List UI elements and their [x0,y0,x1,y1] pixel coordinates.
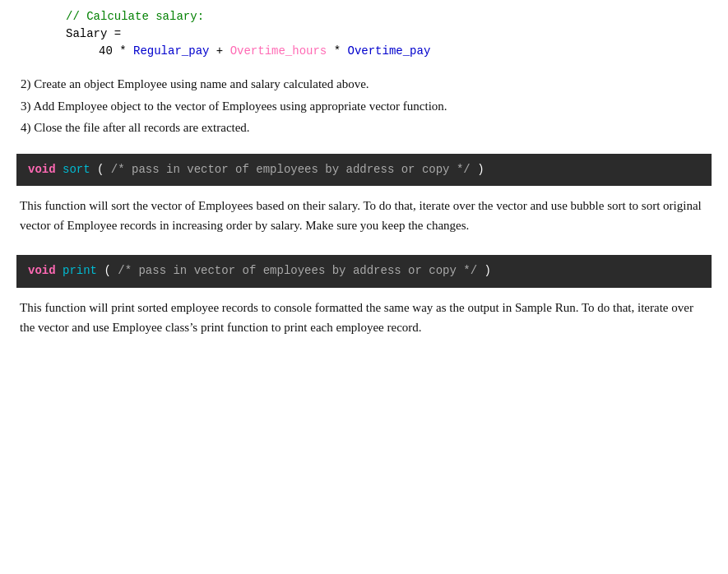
comment-text: // Calculate salary: [66,10,204,23]
code-comment-line: // Calculate salary: [66,8,712,25]
sort-void-keyword: void [28,163,56,176]
item-3-number: 3) [21,100,33,113]
numbered-list: 2) Create an object Employee using name … [16,75,712,137]
code-block: // Calculate salary: Salary = 40 * Regul… [16,8,712,60]
sort-section: void sort ( /* pass in vector of employe… [16,154,712,236]
list-item-4: 4) Close the file after all records are … [16,118,712,137]
salary-formula: 40 * Regular_pay + Overtime_hours * Over… [99,44,430,58]
item-4-text: Close the file after all records are ext… [34,121,249,134]
print-close-paren: ) [485,264,491,277]
sort-description: This function will sort the vector of Em… [16,196,712,235]
list-item-3: 3) Add Employee object to the vector of … [16,97,712,116]
item-4-number: 4) [21,121,34,134]
sort-params: /* pass in vector of employees by addres… [111,163,471,176]
code-salary-line2: 40 * Regular_pay + Overtime_hours * Over… [66,43,712,60]
print-void-keyword: void [28,264,56,277]
print-section: void print ( /* pass in vector of employ… [16,255,712,337]
print-params: /* pass in vector of employees by addres… [118,264,477,277]
print-function-name: print [63,264,97,277]
sort-description-text: This function will sort the vector of Em… [20,196,708,235]
print-open-paren: ( [104,264,110,277]
sort-function-name: sort [63,163,90,176]
print-description: This function will print sorted employee… [16,298,712,337]
code-section: // Calculate salary: Salary = 40 * Regul… [16,8,712,60]
sort-open-paren: ( [97,163,104,176]
salary-label: Salary = [66,27,121,40]
item-2-number: 2) [21,77,34,90]
print-function-bar: void print ( /* pass in vector of employ… [16,255,712,288]
sort-close-paren: ) [477,163,484,176]
numbered-list-section: 2) Create an object Employee using name … [16,75,712,137]
sort-function-bar: void sort ( /* pass in vector of employe… [16,154,712,187]
list-item-2: 2) Create an object Employee using name … [16,75,712,94]
item-3-text: Add Employee object to the vector of Emp… [33,100,447,113]
code-salary-line1: Salary = [66,25,712,43]
print-description-text: This function will print sorted employee… [20,298,708,337]
item-2-text: Create an object Employee using name and… [34,77,369,90]
